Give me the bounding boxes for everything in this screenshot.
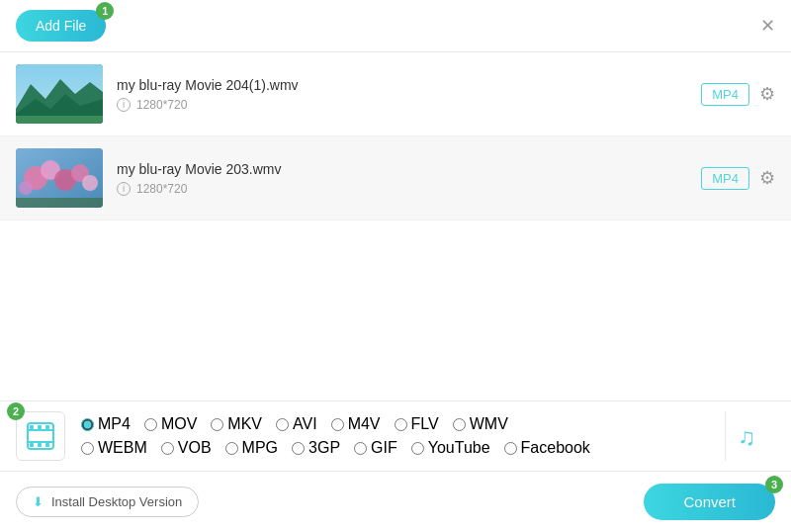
file-resolution: 1280*720 xyxy=(136,182,187,196)
format-option-flv[interactable]: FLV xyxy=(395,415,439,433)
close-button[interactable]: ✕ xyxy=(760,17,775,35)
format-row-1: MP4 MOV MKV AVI M4V FLV WM xyxy=(81,415,717,433)
file-list: my blu-ray Movie 204(1).wmv i 1280*720 M… xyxy=(0,52,791,221)
file-info: my blu-ray Movie 204(1).wmv i 1280*720 xyxy=(117,77,701,112)
convert-wrap: Convert 3 xyxy=(644,484,775,520)
format-badge[interactable]: MP4 xyxy=(701,167,749,190)
file-thumbnail xyxy=(16,148,103,208)
svg-rect-17 xyxy=(45,425,49,429)
convert-badge: 3 xyxy=(765,476,783,493)
format-option-mp4[interactable]: MP4 xyxy=(81,415,131,433)
music-icon: ♫ xyxy=(736,421,765,451)
format-option-vob[interactable]: VOB xyxy=(161,439,212,457)
svg-rect-11 xyxy=(16,198,103,208)
svg-rect-15 xyxy=(30,425,34,429)
settings-button[interactable]: ⚙ xyxy=(759,83,775,105)
format-option-webm[interactable]: WEBM xyxy=(81,439,147,457)
convert-button[interactable]: Convert 3 xyxy=(644,484,775,520)
svg-rect-3 xyxy=(16,116,103,124)
svg-rect-14 xyxy=(28,441,53,443)
format-option-avi[interactable]: AVI xyxy=(276,415,317,433)
svg-point-10 xyxy=(19,181,33,195)
music-icon-wrap[interactable]: ♫ xyxy=(725,411,775,461)
file-actions: MP4 ⚙ xyxy=(701,167,775,190)
add-file-label: Add File xyxy=(36,18,86,34)
format-grid: MP4 MOV MKV AVI M4V FLV WM xyxy=(81,415,717,457)
svg-rect-19 xyxy=(38,443,42,447)
file-thumbnail xyxy=(16,64,103,124)
info-icon: i xyxy=(117,182,131,196)
download-icon: ⬇ xyxy=(33,494,44,509)
format-panel: 2 MP4 MOV xyxy=(0,400,791,472)
format-option-gif[interactable]: GIF xyxy=(354,439,397,457)
format-option-youtube[interactable]: YouTube xyxy=(411,439,490,457)
file-info: my blu-ray Movie 203.wmv i 1280*720 xyxy=(117,161,701,196)
convert-label: Convert xyxy=(683,493,736,510)
file-name: my blu-ray Movie 204(1).wmv xyxy=(117,77,701,93)
file-item: my blu-ray Movie 204(1).wmv i 1280*720 M… xyxy=(0,52,791,136)
file-meta: i 1280*720 xyxy=(117,98,701,112)
format-option-mov[interactable]: MOV xyxy=(144,415,197,433)
file-resolution: 1280*720 xyxy=(136,98,187,112)
file-meta: i 1280*720 xyxy=(117,182,701,196)
format-option-mkv[interactable]: MKV xyxy=(211,415,262,433)
svg-rect-13 xyxy=(28,429,53,431)
svg-rect-18 xyxy=(30,443,34,447)
action-bar: ⬇ Install Desktop Version Convert 3 xyxy=(0,472,791,532)
file-actions: MP4 ⚙ xyxy=(701,83,775,106)
format-icon-badge: 2 xyxy=(7,402,25,420)
svg-text:♫: ♫ xyxy=(738,423,755,450)
format-badge[interactable]: MP4 xyxy=(701,83,749,106)
file-name: my blu-ray Movie 203.wmv xyxy=(117,161,701,177)
format-option-m4v[interactable]: M4V xyxy=(331,415,381,433)
top-bar: Add File 1 ✕ xyxy=(0,0,791,52)
add-file-badge: 1 xyxy=(96,2,114,20)
bottom-section: 2 MP4 MOV xyxy=(0,400,791,532)
format-option-facebook[interactable]: Facebook xyxy=(504,439,590,457)
format-option-3gp[interactable]: 3GP xyxy=(292,439,340,457)
svg-rect-20 xyxy=(45,443,49,447)
settings-button[interactable]: ⚙ xyxy=(759,167,775,189)
film-icon xyxy=(27,422,54,450)
svg-rect-16 xyxy=(38,425,42,429)
format-option-mpg[interactable]: MPG xyxy=(225,439,278,457)
format-row-2: WEBM VOB MPG 3GP GIF YouTube xyxy=(81,439,717,457)
format-option-wmv[interactable]: WMV xyxy=(453,415,508,433)
add-file-button[interactable]: Add File 1 xyxy=(16,10,106,42)
video-format-icon[interactable]: 2 xyxy=(16,411,65,461)
file-item: my blu-ray Movie 203.wmv i 1280*720 MP4 … xyxy=(0,136,791,221)
install-label: Install Desktop Version xyxy=(51,494,182,509)
info-icon: i xyxy=(117,98,131,112)
svg-point-9 xyxy=(82,175,98,191)
install-button[interactable]: ⬇ Install Desktop Version xyxy=(16,487,199,517)
